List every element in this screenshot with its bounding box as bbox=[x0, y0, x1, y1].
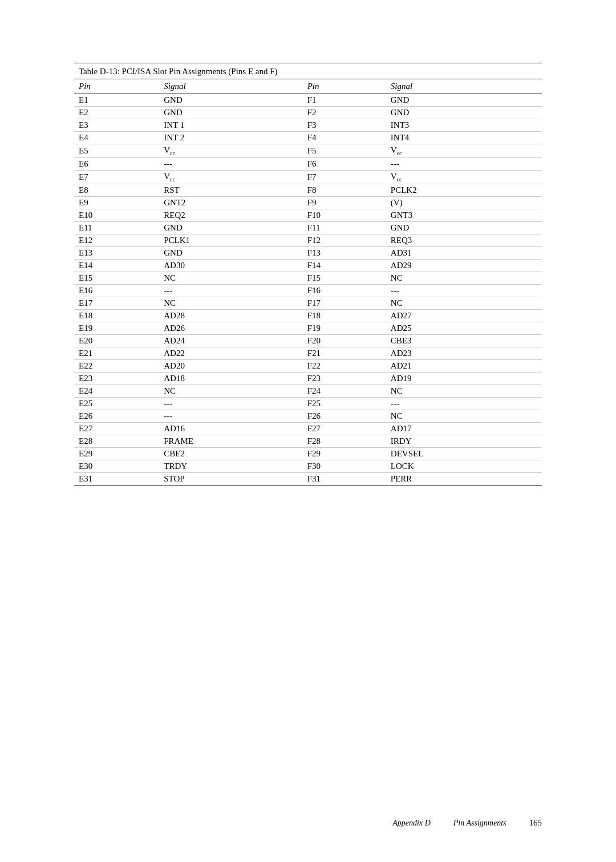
signal-f: LOCK bbox=[386, 460, 542, 473]
table-container: Table D-13: PCI/ISA Slot Pin Assignments… bbox=[74, 63, 542, 485]
pin-e: E11 bbox=[74, 222, 159, 234]
signal-e: RST bbox=[159, 184, 302, 197]
table-row: E7VccF7Vcc bbox=[74, 171, 542, 184]
pin-e: E6 bbox=[74, 158, 159, 171]
table-row: E25---F25--- bbox=[74, 398, 542, 410]
pin-e: E25 bbox=[74, 398, 159, 410]
signal-e: GND bbox=[159, 222, 302, 234]
pin-e: E19 bbox=[74, 322, 159, 335]
pin-f: F28 bbox=[303, 435, 386, 448]
signal-e: --- bbox=[159, 410, 302, 423]
signal-f: AD31 bbox=[386, 247, 542, 260]
pin-f: F4 bbox=[303, 132, 386, 144]
signal-e: GNT2 bbox=[159, 197, 302, 209]
table-row: E26---F26NC bbox=[74, 410, 542, 423]
pin-e: E17 bbox=[74, 297, 159, 310]
signal-e: AD22 bbox=[159, 347, 302, 360]
table-row: E29CBE2F29DEVSEL bbox=[74, 448, 542, 460]
pin-f: F30 bbox=[303, 460, 386, 473]
pin-e: E5 bbox=[74, 144, 159, 158]
signal-f: --- bbox=[386, 285, 542, 297]
pin-e: E4 bbox=[74, 132, 159, 144]
pin-f: F31 bbox=[303, 473, 386, 485]
signal-e: GND bbox=[159, 107, 302, 119]
pin-f: F5 bbox=[303, 144, 386, 158]
pin-f: F12 bbox=[303, 234, 386, 247]
table-row: E1GNDF1GND bbox=[74, 94, 542, 107]
signal-e: AD28 bbox=[159, 310, 302, 322]
table-row: E11GNDF11GND bbox=[74, 222, 542, 234]
signal-e: TRDY bbox=[159, 460, 302, 473]
signal-f: AD27 bbox=[386, 310, 542, 322]
pin-f: F15 bbox=[303, 272, 386, 285]
table-row: E18AD28F18AD27 bbox=[74, 310, 542, 322]
signal-e: CBE2 bbox=[159, 448, 302, 460]
signal-e: --- bbox=[159, 158, 302, 171]
pin-e: E27 bbox=[74, 423, 159, 435]
pin-f: F10 bbox=[303, 209, 386, 222]
pin-f: F7 bbox=[303, 171, 386, 184]
pin-f: F27 bbox=[303, 423, 386, 435]
signal-e: NC bbox=[159, 385, 302, 398]
footer: Appendix D Pin Assignments 165 bbox=[74, 818, 542, 828]
table-caption: Table D-13: PCI/ISA Slot Pin Assignments… bbox=[74, 63, 542, 79]
signal-e: Vcc bbox=[159, 171, 302, 184]
signal-f: AD19 bbox=[386, 373, 542, 385]
signal-f: --- bbox=[386, 158, 542, 171]
signal-f: NC bbox=[386, 272, 542, 285]
pin-e: E23 bbox=[74, 373, 159, 385]
table-header-row: PinSignalPinSignal bbox=[74, 79, 542, 94]
signal-f: REQ3 bbox=[386, 234, 542, 247]
signal-f: PERR bbox=[386, 473, 542, 485]
signal-f: AD29 bbox=[386, 260, 542, 272]
signal-e: STOP bbox=[159, 473, 302, 485]
pin-f: F25 bbox=[303, 398, 386, 410]
signal-e: REQ2 bbox=[159, 209, 302, 222]
pin-f: F11 bbox=[303, 222, 386, 234]
pin-f: F26 bbox=[303, 410, 386, 423]
signal-f: --- bbox=[386, 398, 542, 410]
pin-f: F22 bbox=[303, 360, 386, 373]
pin-e: E14 bbox=[74, 260, 159, 272]
table-row: E23AD18F23AD19 bbox=[74, 373, 542, 385]
pin-e: E9 bbox=[74, 197, 159, 209]
pin-e: E2 bbox=[74, 107, 159, 119]
pin-e: E30 bbox=[74, 460, 159, 473]
footer-section: Pin Assignments bbox=[453, 819, 506, 828]
table-row: E9GNT2F9(V) bbox=[74, 197, 542, 209]
signal-f: GND bbox=[386, 222, 542, 234]
pin-f: F21 bbox=[303, 347, 386, 360]
table-row: E14AD30F14AD29 bbox=[74, 260, 542, 272]
table-header-cell: Signal bbox=[159, 79, 302, 94]
signal-e: INT 1 bbox=[159, 119, 302, 132]
footer-page-number: 165 bbox=[529, 818, 542, 828]
signal-f: NC bbox=[386, 410, 542, 423]
pin-f: F8 bbox=[303, 184, 386, 197]
pin-f: F13 bbox=[303, 247, 386, 260]
pin-e: E18 bbox=[74, 310, 159, 322]
signal-f: AD25 bbox=[386, 322, 542, 335]
signal-e: INT 2 bbox=[159, 132, 302, 144]
signal-f: Vcc bbox=[386, 171, 542, 184]
pin-f: F23 bbox=[303, 373, 386, 385]
signal-f: NC bbox=[386, 385, 542, 398]
table-row: E30TRDYF30LOCK bbox=[74, 460, 542, 473]
signal-f: IRDY bbox=[386, 435, 542, 448]
signal-f: DEVSEL bbox=[386, 448, 542, 460]
table-row: E13GNDF13AD31 bbox=[74, 247, 542, 260]
signal-e: AD20 bbox=[159, 360, 302, 373]
pin-f: F18 bbox=[303, 310, 386, 322]
pin-f: F3 bbox=[303, 119, 386, 132]
table-row: E5VccF5Vcc bbox=[74, 144, 542, 158]
pin-e: E29 bbox=[74, 448, 159, 460]
pin-e: E8 bbox=[74, 184, 159, 197]
pin-e: E3 bbox=[74, 119, 159, 132]
pin-f: F29 bbox=[303, 448, 386, 460]
table-row: E16---F16--- bbox=[74, 285, 542, 297]
signal-e: PCLK1 bbox=[159, 234, 302, 247]
pin-e: E12 bbox=[74, 234, 159, 247]
pin-f: F6 bbox=[303, 158, 386, 171]
page: Table D-13: PCI/ISA Slot Pin Assignments… bbox=[0, 0, 616, 862]
signal-e: NC bbox=[159, 272, 302, 285]
table-caption-row: Table D-13: PCI/ISA Slot Pin Assignments… bbox=[74, 63, 542, 79]
